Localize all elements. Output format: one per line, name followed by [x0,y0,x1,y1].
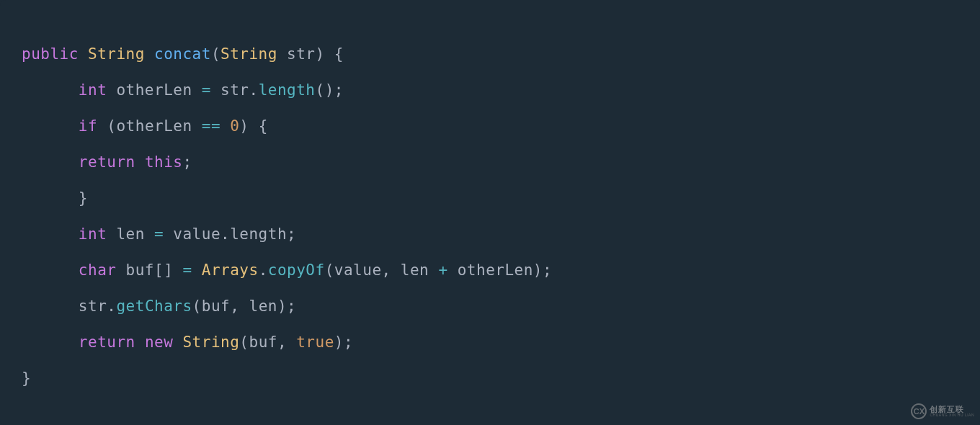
space [173,261,182,279]
space [135,153,145,171]
paren-open: ( [325,261,334,279]
paren-open: ( [239,334,249,351]
paren-close: ) [533,261,543,279]
watermark: CX 创新互联 CHUANG XIN HU LIAN [911,403,974,419]
space [220,117,230,135]
ident-str: str [79,298,107,315]
keyword-public: public [22,45,79,63]
paren-close: ) [334,334,344,351]
op-eqeq: == [202,117,220,135]
ident-otherlen: otherLen [107,81,201,99]
ident-otherlen: otherLen [116,117,201,135]
dot: . [259,261,268,279]
brackets: [] [154,261,173,279]
brace-open: { [249,117,268,135]
arg-otherlen: otherLen [448,261,533,279]
brace-close: } [79,189,88,207]
ident-len: len [107,225,154,243]
comma: , [382,261,401,279]
semi: ; [287,225,296,243]
expr-str: str [211,81,249,99]
call-length: length [259,81,316,99]
bool-true: true [296,334,334,351]
type-string: String [182,334,239,351]
code-block: public String concat(String str) { int o… [0,0,980,425]
paren-open: ( [192,298,202,315]
num-zero: 0 [230,117,239,135]
param-name: str [277,45,316,63]
paren-open: ( [97,117,116,135]
paren-close: ) [277,298,287,315]
watermark-text: 创新互联 CHUANG XIN HU LIAN [930,405,974,418]
parens: () [315,81,334,99]
type-string: String [88,45,145,63]
keyword-this: this [145,153,183,171]
prop-length: length [230,225,287,243]
keyword-new: new [145,334,173,351]
param-type: String [220,45,277,63]
op-eq: = [202,81,211,99]
keyword-return: return [79,334,135,351]
arg-buf: buf [249,334,277,351]
watermark-py: CHUANG XIN HU LIAN [930,413,974,418]
arg-len: len [249,298,277,315]
dot: . [249,81,258,99]
arg-value: value [334,261,382,279]
semi: ; [334,81,344,99]
semi: ; [287,298,296,315]
comma: , [277,334,296,351]
watermark-logo-icon: CX [911,403,927,419]
op-eq: = [182,261,192,279]
class-arrays: Arrays [202,261,259,279]
type-int: int [79,225,107,243]
paren-close: ) [315,45,324,63]
space [192,261,202,279]
method-name: concat [154,45,211,63]
call-getchars: getChars [116,298,192,315]
op-eq: = [154,225,164,243]
paren-open: ( [211,45,220,63]
expr-value: value [164,225,220,243]
paren-close: ) [239,117,249,135]
semi: ; [543,261,552,279]
call-copyof: copyOf [268,261,325,279]
semi: ; [344,334,353,351]
comma: , [230,298,249,315]
ident-buf: buf [116,261,154,279]
brace-close: } [22,370,31,387]
space [135,334,145,351]
dot: . [107,298,116,315]
type-int: int [79,81,107,99]
keyword-if: if [79,117,97,135]
semi: ; [182,153,192,171]
type-char: char [79,261,117,279]
code-content: public String concat(String str) { int o… [22,36,958,396]
space [173,334,182,351]
arg-buf: buf [202,298,230,315]
arg-len: len [401,261,439,279]
dot: . [220,225,230,243]
brace-open: { [325,45,344,63]
op-plus: + [438,261,447,279]
keyword-return: return [79,153,135,171]
